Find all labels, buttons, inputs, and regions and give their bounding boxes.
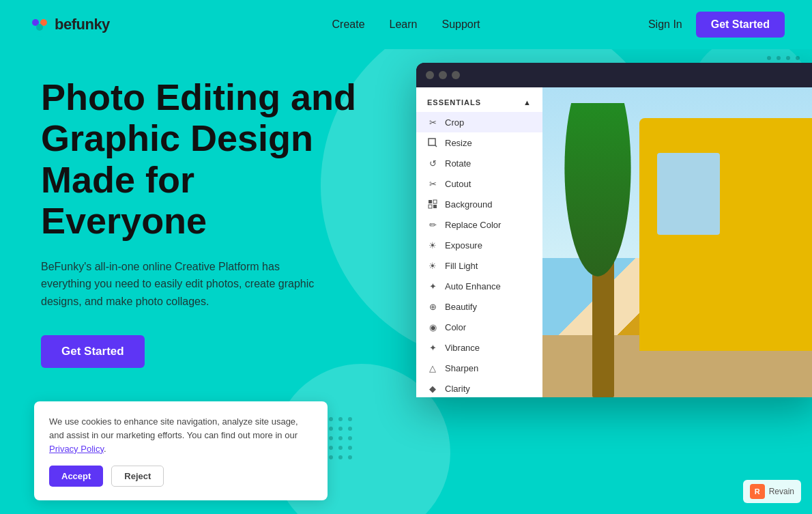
window-dot-green [452,71,460,79]
sign-in-button[interactable]: Sign In [648,18,682,31]
tool-crop[interactable]: ✂ Crop [416,112,542,132]
tool-auto-enhance[interactable]: ✦ Auto Enhance [416,276,542,296]
tool-exposure-label: Exposure [445,240,482,251]
hero-title: Photo Editing and Graphic Design Made fo… [41,76,368,242]
svg-rect-9 [433,205,437,208]
svg-rect-8 [429,205,432,208]
navbar: befunky Create Learn Support Sign In Get… [0,0,812,49]
resize-icon [427,137,438,148]
tool-resize[interactable]: Resize [416,132,542,153]
sharpen-icon: △ [427,362,438,373]
exposure-icon: ☀ [427,240,438,251]
logo[interactable]: befunky [27,12,110,37]
cookie-text-content: We use cookies to enhance site navigatio… [49,416,298,440]
revain-icon: R [750,484,765,499]
hero-subtitle: BeFunky's all-in-one online Creative Pla… [41,258,328,311]
sidebar-panel: ESSENTIALS ▲ ✂ Crop Resize ↺ Rotate [416,87,542,397]
tool-color-label: Color [445,322,466,332]
window-dot-red [426,71,434,79]
rotate-icon: ↺ [427,158,438,169]
logo-icon [27,12,52,37]
tool-clarity[interactable]: ◆ Clarity [416,378,542,397]
revain-badge: R Revain [743,480,801,503]
sidebar-section-header: ESSENTIALS ▲ [416,93,542,112]
color-icon: ◉ [427,322,438,332]
tool-auto-enhance-label: Auto Enhance [445,281,501,291]
cookie-banner: We use cookies to enhance site navigatio… [34,401,328,500]
nav-create[interactable]: Create [332,18,365,31]
background-icon [427,199,438,210]
tool-fill-light[interactable]: ☀ Fill Light [416,255,542,276]
hero-section: Photo Editing and Graphic Design Made fo… [0,49,812,514]
tool-background-label: Background [445,199,492,210]
svg-point-3 [36,24,43,31]
tool-crop-label: Crop [445,117,464,128]
cookie-reject-button[interactable]: Reject [111,466,164,487]
svg-rect-6 [429,200,432,203]
cutout-icon: ✂ [427,178,438,189]
fill-light-icon: ☀ [427,260,438,271]
photo-car [639,118,812,351]
cookie-buttons: Accept Reject [49,466,313,487]
tool-clarity-label: Clarity [445,384,470,394]
tool-rotate-label: Rotate [445,158,471,169]
tool-vibrance[interactable]: ✦ Vibrance [416,337,542,358]
tool-vibrance-label: Vibrance [445,343,480,353]
essentials-label: ESSENTIALS [427,98,481,106]
tool-color[interactable]: ◉ Color [416,317,542,337]
svg-line-5 [435,145,437,147]
revain-label: Revain [769,487,794,496]
nav-learn[interactable]: Learn [390,18,418,31]
cookie-period: . [104,444,106,454]
photo-area [542,87,812,397]
privacy-policy-link[interactable]: Privacy Policy [49,444,104,454]
tool-exposure[interactable]: ☀ Exposure [416,235,542,255]
window-dot-yellow [439,71,447,79]
tool-cutout-label: Cutout [445,179,471,189]
svg-rect-7 [433,200,437,203]
logo-text: befunky [55,16,110,33]
tool-beautify-label: Beautify [445,302,477,312]
auto-enhance-icon: ✦ [427,281,438,291]
tool-replace-color-label: Replace Color [445,220,501,230]
vibrance-icon: ✦ [427,342,438,353]
get-started-hero-button[interactable]: Get Started [41,335,145,368]
nav-right: Sign In Get Started [648,12,785,38]
tool-replace-color[interactable]: ✏ Replace Color [416,214,542,235]
tool-sharpen-label: Sharpen [445,363,478,373]
tool-sharpen[interactable]: △ Sharpen [416,358,542,378]
hero-content: Photo Editing and Graphic Design Made fo… [41,76,368,368]
nav-links: Create Learn Support [332,18,480,31]
crop-icon: ✂ [427,117,438,128]
tool-beautify[interactable]: ⊕ Beautify [416,296,542,317]
nav-support[interactable]: Support [441,18,480,31]
window-bar [416,63,812,87]
tool-background[interactable]: Background [416,194,542,214]
tool-fill-light-label: Fill Light [445,261,478,271]
tool-cutout[interactable]: ✂ Cutout [416,173,542,194]
cookie-accept-button[interactable]: Accept [49,466,103,487]
photo-simulation [542,87,812,397]
svg-rect-4 [429,139,435,145]
tool-resize-label: Resize [445,138,472,148]
cookie-text: We use cookies to enhance site navigatio… [49,415,313,456]
beautify-icon: ⊕ [427,301,438,312]
collapse-icon: ▲ [523,98,532,106]
window-body: ESSENTIALS ▲ ✂ Crop Resize ↺ Rotate [416,87,812,397]
replace-color-icon: ✏ [427,219,438,230]
photo-car-window [657,153,720,234]
app-window: ESSENTIALS ▲ ✂ Crop Resize ↺ Rotate [416,63,812,397]
clarity-icon: ◆ [427,383,438,394]
tool-rotate[interactable]: ↺ Rotate [416,153,542,173]
get-started-nav-button[interactable]: Get Started [696,12,785,38]
